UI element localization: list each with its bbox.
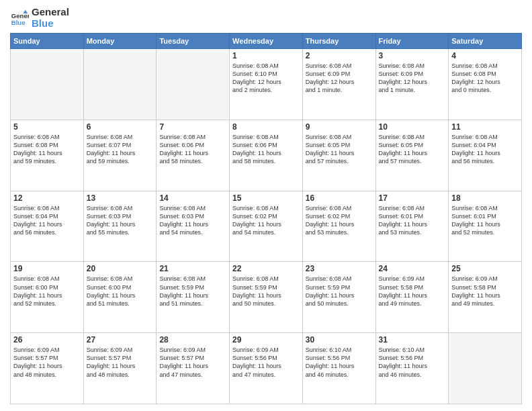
calendar-cell: 27Sunrise: 6:09 AM Sunset: 5:57 PM Dayli… — [83, 333, 157, 404]
cell-info: Sunrise: 6:08 AM Sunset: 6:05 PM Dayligh… — [379, 133, 446, 166]
day-number: 20 — [87, 264, 154, 273]
calendar-week-2: 12Sunrise: 6:08 AM Sunset: 6:04 PM Dayli… — [11, 191, 522, 262]
logo-icon: General Blue — [10, 9, 29, 28]
cell-info: Sunrise: 6:08 AM Sunset: 6:09 PM Dayligh… — [306, 62, 373, 95]
day-number: 18 — [451, 193, 519, 203]
cell-info: Sunrise: 6:10 AM Sunset: 5:56 PM Dayligh… — [379, 346, 446, 379]
cell-info: Sunrise: 6:08 AM Sunset: 6:10 PM Dayligh… — [232, 62, 300, 95]
day-number: 2 — [306, 51, 373, 60]
cell-info: Sunrise: 6:08 AM Sunset: 6:08 PM Dayligh… — [13, 133, 81, 166]
cell-info: Sunrise: 6:08 AM Sunset: 6:00 PM Dayligh… — [13, 275, 81, 308]
cell-info: Sunrise: 6:08 AM Sunset: 6:04 PM Dayligh… — [13, 204, 81, 237]
calendar-cell: 7Sunrise: 6:08 AM Sunset: 6:06 PM Daylig… — [157, 120, 230, 191]
day-number: 26 — [13, 335, 81, 345]
cell-info: Sunrise: 6:09 AM Sunset: 5:57 PM Dayligh… — [87, 346, 154, 379]
calendar-cell: 31Sunrise: 6:10 AM Sunset: 5:56 PM Dayli… — [375, 333, 449, 404]
day-number: 24 — [379, 264, 446, 273]
svg-text:Blue: Blue — [11, 18, 26, 26]
calendar-cell: 14Sunrise: 6:08 AM Sunset: 6:03 PM Dayli… — [157, 191, 230, 262]
day-number: 12 — [13, 193, 81, 203]
calendar-cell: 12Sunrise: 6:08 AM Sunset: 6:04 PM Dayli… — [11, 191, 84, 262]
cell-info: Sunrise: 6:08 AM Sunset: 6:03 PM Dayligh… — [159, 204, 226, 237]
day-number: 29 — [232, 335, 300, 345]
calendar-cell: 21Sunrise: 6:08 AM Sunset: 5:59 PM Dayli… — [157, 262, 230, 333]
calendar-cell: 5Sunrise: 6:08 AM Sunset: 6:08 PM Daylig… — [11, 120, 84, 191]
calendar-cell: 20Sunrise: 6:08 AM Sunset: 6:00 PM Dayli… — [83, 262, 157, 333]
cell-info: Sunrise: 6:08 AM Sunset: 6:00 PM Dayligh… — [87, 275, 154, 308]
cell-info: Sunrise: 6:09 AM Sunset: 5:58 PM Dayligh… — [379, 275, 446, 308]
cell-info: Sunrise: 6:08 AM Sunset: 6:02 PM Dayligh… — [306, 204, 373, 237]
cell-info: Sunrise: 6:10 AM Sunset: 5:56 PM Dayligh… — [306, 346, 373, 379]
calendar-cell: 15Sunrise: 6:08 AM Sunset: 6:02 PM Dayli… — [230, 191, 303, 262]
day-number: 6 — [87, 122, 154, 132]
calendar-week-3: 19Sunrise: 6:08 AM Sunset: 6:00 PM Dayli… — [11, 262, 522, 333]
calendar-cell — [157, 49, 230, 120]
calendar-cell: 4Sunrise: 6:08 AM Sunset: 6:08 PM Daylig… — [449, 49, 522, 120]
cell-info: Sunrise: 6:08 AM Sunset: 6:06 PM Dayligh… — [159, 133, 226, 166]
calendar-cell: 17Sunrise: 6:08 AM Sunset: 6:01 PM Dayli… — [375, 191, 449, 262]
calendar-cell: 10Sunrise: 6:08 AM Sunset: 6:05 PM Dayli… — [375, 120, 449, 191]
calendar-cell — [11, 49, 84, 120]
day-number: 4 — [451, 51, 519, 60]
day-number: 17 — [379, 193, 446, 203]
day-number: 1 — [232, 51, 300, 60]
cell-info: Sunrise: 6:08 AM Sunset: 6:03 PM Dayligh… — [87, 204, 154, 237]
cell-info: Sunrise: 6:08 AM Sunset: 5:59 PM Dayligh… — [232, 275, 300, 308]
calendar-cell: 30Sunrise: 6:10 AM Sunset: 5:56 PM Dayli… — [302, 333, 375, 404]
calendar-cell — [83, 49, 157, 120]
calendar-cell: 1Sunrise: 6:08 AM Sunset: 6:10 PM Daylig… — [230, 49, 303, 120]
calendar-cell: 19Sunrise: 6:08 AM Sunset: 6:00 PM Dayli… — [11, 262, 84, 333]
day-number: 28 — [159, 335, 226, 345]
day-number: 8 — [232, 122, 300, 132]
cell-info: Sunrise: 6:08 AM Sunset: 5:59 PM Dayligh… — [306, 275, 373, 308]
day-number: 21 — [159, 264, 226, 273]
calendar-cell: 18Sunrise: 6:08 AM Sunset: 6:01 PM Dayli… — [449, 191, 522, 262]
day-number: 31 — [379, 335, 446, 345]
cell-info: Sunrise: 6:09 AM Sunset: 5:56 PM Dayligh… — [232, 346, 300, 379]
cell-info: Sunrise: 6:08 AM Sunset: 6:08 PM Dayligh… — [451, 62, 519, 95]
calendar-cell: 9Sunrise: 6:08 AM Sunset: 6:05 PM Daylig… — [302, 120, 375, 191]
day-number: 9 — [306, 122, 373, 132]
cell-info: Sunrise: 6:08 AM Sunset: 6:06 PM Dayligh… — [232, 133, 300, 166]
day-header-friday: Friday — [375, 34, 449, 49]
day-number: 19 — [13, 264, 81, 273]
calendar-cell: 16Sunrise: 6:08 AM Sunset: 6:02 PM Dayli… — [302, 191, 375, 262]
calendar-cell: 8Sunrise: 6:08 AM Sunset: 6:06 PM Daylig… — [230, 120, 303, 191]
cell-info: Sunrise: 6:08 AM Sunset: 5:59 PM Dayligh… — [159, 275, 226, 308]
cell-info: Sunrise: 6:08 AM Sunset: 6:04 PM Dayligh… — [451, 133, 519, 166]
calendar-cell: 26Sunrise: 6:09 AM Sunset: 5:57 PM Dayli… — [11, 333, 84, 404]
day-number: 23 — [306, 264, 373, 273]
logo: General Blue General Blue — [10, 7, 69, 29]
header: General Blue General Blue — [10, 7, 522, 29]
day-number: 11 — [451, 122, 519, 132]
cell-info: Sunrise: 6:09 AM Sunset: 5:58 PM Dayligh… — [451, 275, 519, 308]
day-header-tuesday: Tuesday — [157, 34, 230, 49]
calendar-table: SundayMondayTuesdayWednesdayThursdayFrid… — [10, 33, 522, 404]
day-number: 14 — [159, 193, 226, 203]
calendar-cell: 6Sunrise: 6:08 AM Sunset: 6:07 PM Daylig… — [83, 120, 157, 191]
calendar-cell: 29Sunrise: 6:09 AM Sunset: 5:56 PM Dayli… — [230, 333, 303, 404]
day-number: 22 — [232, 264, 300, 273]
cell-info: Sunrise: 6:08 AM Sunset: 6:01 PM Dayligh… — [451, 204, 519, 237]
day-header-saturday: Saturday — [449, 34, 522, 49]
day-header-monday: Monday — [83, 34, 157, 49]
day-number: 30 — [306, 335, 373, 345]
calendar-cell: 28Sunrise: 6:09 AM Sunset: 5:57 PM Dayli… — [157, 333, 230, 404]
day-number: 7 — [159, 122, 226, 132]
calendar-cell: 11Sunrise: 6:08 AM Sunset: 6:04 PM Dayli… — [449, 120, 522, 191]
cell-info: Sunrise: 6:08 AM Sunset: 6:01 PM Dayligh… — [379, 204, 446, 237]
calendar-cell: 2Sunrise: 6:08 AM Sunset: 6:09 PM Daylig… — [302, 49, 375, 120]
calendar-cell: 22Sunrise: 6:08 AM Sunset: 5:59 PM Dayli… — [230, 262, 303, 333]
day-number: 5 — [13, 122, 81, 132]
logo-wordmark: General Blue — [32, 7, 69, 29]
day-number: 15 — [232, 193, 300, 203]
cell-info: Sunrise: 6:08 AM Sunset: 6:02 PM Dayligh… — [232, 204, 300, 237]
cell-info: Sunrise: 6:08 AM Sunset: 6:09 PM Dayligh… — [379, 62, 446, 95]
day-number: 3 — [379, 51, 446, 60]
cell-info: Sunrise: 6:08 AM Sunset: 6:05 PM Dayligh… — [306, 133, 373, 166]
day-number: 16 — [306, 193, 373, 203]
calendar-cell: 3Sunrise: 6:08 AM Sunset: 6:09 PM Daylig… — [375, 49, 449, 120]
calendar-week-0: 1Sunrise: 6:08 AM Sunset: 6:10 PM Daylig… — [11, 49, 522, 120]
calendar-cell — [449, 333, 522, 404]
cell-info: Sunrise: 6:09 AM Sunset: 5:57 PM Dayligh… — [13, 346, 81, 379]
